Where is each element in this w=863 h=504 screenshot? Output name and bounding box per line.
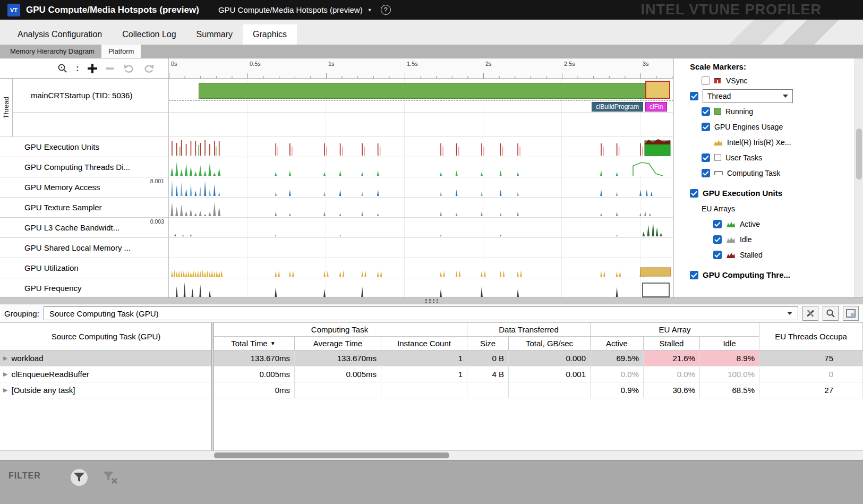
clbuildprogram-chip[interactable]: clBuildProgram — [592, 102, 643, 112]
checkbox-vsync[interactable] — [702, 76, 710, 85]
row-track-gpu-texture-sampler[interactable] — [169, 198, 673, 218]
table-header-eu-threads-occupancy[interactable]: EU Threads Occupa — [759, 323, 863, 351]
table-cell[interactable]: 1 — [381, 351, 467, 366]
zoom-in-icon[interactable] — [87, 63, 98, 74]
pane-layout-button[interactable] — [843, 306, 859, 321]
checkbox-active[interactable] — [713, 220, 722, 228]
table-row-workload[interactable]: ▶workload — [0, 351, 212, 366]
table-cell[interactable]: 30.6% — [644, 382, 700, 398]
table-cell[interactable]: 68.5% — [700, 382, 759, 398]
running-bar[interactable] — [199, 83, 670, 99]
checkbox-gpu-computing-thre[interactable] — [690, 271, 698, 279]
table-cell[interactable]: 0.005ms — [212, 366, 295, 382]
table-cell[interactable]: 0ms — [212, 382, 295, 398]
subtab-memory-hierarchy-diagram[interactable]: Memory Hierarchy Diagram — [3, 45, 101, 58]
table-col-total-time[interactable]: Total Time▼ — [212, 337, 295, 351]
table-cell[interactable]: 21.6% — [644, 351, 700, 366]
row-track-gpu-shared-local-memory[interactable] — [169, 238, 673, 258]
undo-zoom-icon[interactable] — [123, 64, 135, 73]
checkbox-thread[interactable] — [690, 92, 698, 100]
row-label-gpu-memory-access[interactable]: GPU Memory Access8.001 — [0, 177, 169, 198]
table-col-size[interactable]: Size — [467, 337, 509, 351]
table-cell[interactable] — [381, 382, 467, 398]
table-cell[interactable]: 0.0% — [591, 366, 644, 382]
checkbox-running[interactable] — [702, 107, 710, 116]
table-row-clenqueuereadbuffer[interactable]: ▶clEnqueueReadBuffer — [0, 366, 212, 382]
table-cell[interactable] — [509, 382, 591, 398]
table-col-stalled[interactable]: Stalled — [644, 337, 700, 351]
table-cell[interactable]: 1 — [381, 366, 467, 382]
table-cell[interactable]: 100.0% — [700, 366, 759, 382]
expand-icon[interactable]: ▶ — [3, 387, 7, 394]
table-col-idle[interactable]: Idle — [700, 337, 759, 351]
pane-splitter[interactable] — [0, 297, 863, 304]
tab-summary[interactable]: Summary — [186, 24, 243, 45]
table-header-source-computing-task-gpu[interactable]: Source Computing Task (GPU) — [0, 323, 212, 351]
tab-analysis-configuration[interactable]: Analysis Configuration — [7, 24, 112, 45]
timeline-ruler[interactable]: 0s0.5s1s1.5s2s2.5s3s — [169, 58, 673, 79]
table-cell[interactable]: 8.9% — [700, 351, 759, 366]
thread-row-track[interactable]: clBuildProgramclFin — [169, 79, 673, 113]
subtab-platform[interactable]: Platform — [101, 45, 141, 58]
zoom-out-icon[interactable] — [106, 64, 115, 73]
table-cell[interactable]: 0.001 — [509, 366, 591, 382]
tab-collection-log[interactable]: Collection Log — [112, 24, 186, 45]
thread-row-label[interactable]: mainCRTStartup (TID: 5036) — [13, 79, 169, 113]
table-cell[interactable]: 133.670ms — [212, 351, 295, 366]
table-row-outside-any-task[interactable]: ▶[Outside any task] — [0, 382, 212, 398]
scrollbar-thumb[interactable] — [214, 452, 449, 458]
expand-icon[interactable]: ▶ — [3, 355, 7, 362]
table-col-average-time[interactable]: Average Time — [295, 337, 381, 351]
checkbox-gpu-execution-units[interactable] — [690, 189, 698, 198]
row-track-gpu-frequency[interactable] — [169, 278, 673, 297]
table-cell[interactable]: 0 — [759, 366, 863, 382]
table-cell[interactable]: 27 — [759, 382, 863, 398]
table-cell[interactable]: 0.9% — [591, 382, 644, 398]
table-cell[interactable]: 133.670ms — [295, 351, 381, 366]
table-cell[interactable] — [467, 382, 509, 398]
search-button[interactable] — [823, 306, 839, 321]
checkbox-idle[interactable] — [713, 235, 722, 244]
table-cell[interactable]: 0.0% — [644, 366, 700, 382]
table-col-total-gb-sec[interactable]: Total, GB/sec — [509, 337, 591, 351]
zoom-icon[interactable] — [57, 63, 68, 74]
table-horizontal-scrollbar[interactable] — [0, 450, 863, 460]
scrollbar-thumb[interactable] — [856, 129, 862, 180]
expand-icon[interactable]: ▶ — [3, 371, 7, 378]
viewpoint-dropdown[interactable]: GPU Compute/Media Hotspots (preview) ▼ — [218, 5, 372, 14]
row-label-gpu-l3-cache-bandwidt[interactable]: GPU L3 Cache Bandwidt...0.003 — [0, 218, 169, 238]
filter-funnel-button[interactable] — [71, 469, 88, 486]
row-track-gpu-memory-access[interactable] — [169, 177, 673, 198]
customize-grouping-button[interactable] — [802, 306, 818, 321]
row-track-gpu-computing-threads-di[interactable] — [169, 157, 673, 177]
table-cell[interactable]: 0.005ms — [295, 366, 381, 382]
tab-graphics[interactable]: Graphics — [243, 24, 297, 45]
table-col-active[interactable]: Active — [591, 337, 644, 351]
checkbox-computing-task[interactable] — [702, 169, 710, 177]
grouping-select[interactable]: Source Computing Task (GPU) — [44, 306, 798, 320]
clfin-chip[interactable]: clFin — [645, 102, 667, 112]
row-label-gpu-frequency[interactable]: GPU Frequency — [0, 278, 169, 297]
table-cell[interactable]: 75 — [759, 351, 863, 366]
checkbox-user-tasks[interactable] — [702, 153, 710, 162]
checkbox-stalled[interactable] — [713, 251, 722, 259]
row-label-gpu-texture-sampler[interactable]: GPU Texture Sampler — [0, 198, 169, 218]
row-label-gpu-execution-units[interactable]: GPU Execution Units — [0, 137, 169, 157]
clear-filter-button[interactable] — [102, 471, 118, 487]
timeline-vertical-scrollbar[interactable] — [855, 58, 863, 297]
row-label-gpu-computing-threads-di[interactable]: GPU Computing Threads Di... — [0, 157, 169, 177]
thread-scale-select[interactable]: Thread — [703, 89, 793, 103]
table-cell[interactable] — [295, 382, 381, 398]
help-icon[interactable]: ? — [381, 5, 391, 15]
table-cell[interactable]: 4 B — [467, 366, 509, 382]
row-track-gpu-execution-units[interactable] — [169, 137, 673, 157]
table-cell[interactable]: 0 B — [467, 351, 509, 366]
table-col-instance-count[interactable]: Instance Count — [381, 337, 467, 351]
row-track-gpu-utilization[interactable] — [169, 258, 673, 278]
table-cell[interactable]: 0.000 — [509, 351, 591, 366]
table-cell[interactable]: 69.5% — [591, 351, 644, 366]
row-label-gpu-shared-local-memory[interactable]: GPU Shared Local Memory ... — [0, 238, 169, 258]
row-label-gpu-utilization[interactable]: GPU Utilization — [0, 258, 169, 278]
redo-zoom-icon[interactable] — [143, 64, 155, 73]
checkbox-gpu-engines-usage[interactable] — [702, 123, 710, 131]
